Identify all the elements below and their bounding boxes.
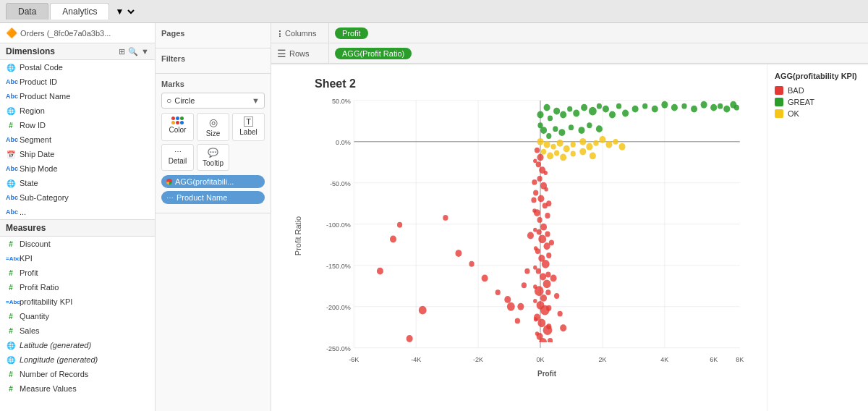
svg-point-145 xyxy=(557,140,563,147)
field-region[interactable]: 🌐 Region xyxy=(0,103,155,118)
circle-shape-icon: ○ xyxy=(166,96,171,106)
svg-point-118 xyxy=(616,103,621,109)
marks-type-dropdown[interactable]: ○ Circle ▼ xyxy=(161,93,265,109)
svg-point-35 xyxy=(537,176,542,182)
field-profit[interactable]: # Profit xyxy=(0,266,155,280)
svg-point-141 xyxy=(596,125,603,132)
field-kpi[interactable]: =Abc KPI xyxy=(0,251,155,266)
more-icon[interactable]: ▼ xyxy=(141,47,149,56)
field-segment[interactable]: Abc Segment xyxy=(0,132,155,147)
svg-point-128 xyxy=(710,104,717,111)
label-label: Label xyxy=(239,128,257,136)
hash-icon: # xyxy=(6,327,16,335)
dimensions-label: Dimensions xyxy=(6,46,55,56)
svg-point-71 xyxy=(558,311,563,317)
field-product-id[interactable]: Abc Product ID xyxy=(0,75,155,89)
svg-point-156 xyxy=(547,153,553,160)
svg-point-161 xyxy=(590,153,596,160)
svg-point-43 xyxy=(537,229,542,235)
label-icon: T xyxy=(244,116,253,127)
field-sub-category[interactable]: Abc Sub-Category xyxy=(0,190,155,205)
svg-point-41 xyxy=(537,217,542,223)
legend-bad-label: BAD xyxy=(788,86,804,95)
color-button[interactable]: Color xyxy=(161,113,194,141)
svg-point-76 xyxy=(377,268,383,275)
field-discount[interactable]: # Discount xyxy=(0,237,155,251)
tab-dropdown[interactable]: ▼ xyxy=(111,4,137,19)
field-more[interactable]: Abc ... xyxy=(0,205,155,219)
svg-point-62 xyxy=(531,197,536,203)
svg-point-123 xyxy=(661,101,668,109)
product-name-label: Product Name xyxy=(176,193,227,202)
filters-section: Filters xyxy=(156,48,271,74)
svg-point-152 xyxy=(605,141,612,148)
svg-point-108 xyxy=(548,115,553,121)
detail-button[interactable]: ⋯ Detail xyxy=(161,144,194,171)
legend-bad: BAD xyxy=(775,86,861,95)
chart-title: Sheet 2 xyxy=(315,72,760,93)
svg-text:-150.0%: -150.0% xyxy=(326,261,351,269)
product-name-pill[interactable]: ⋯ Product Name xyxy=(161,191,265,204)
svg-point-132 xyxy=(734,105,739,111)
svg-point-48 xyxy=(542,260,550,268)
tooltip-button[interactable]: 💬 Tooltip xyxy=(197,144,229,171)
marks-type-label: Circle xyxy=(174,96,195,105)
svg-point-102 xyxy=(534,317,537,321)
svg-text:4K: 4K xyxy=(660,355,669,363)
svg-point-49 xyxy=(536,268,541,274)
svg-point-80 xyxy=(455,250,461,257)
field-longitude[interactable]: 🌐 Longitude (generated) xyxy=(0,352,155,367)
svg-point-57 xyxy=(537,318,545,327)
data-tab[interactable]: Data xyxy=(6,3,48,20)
field-state[interactable]: 🌐 State xyxy=(0,176,155,190)
svg-point-117 xyxy=(609,111,616,119)
field-product-name[interactable]: Abc Product Name xyxy=(0,89,155,103)
eq-abc-icon: =Abc xyxy=(6,255,16,262)
search-icon[interactable]: 🔍 xyxy=(128,47,138,56)
size-button[interactable]: ◎ Size xyxy=(197,113,229,141)
field-ship-mode[interactable]: Abc Ship Mode xyxy=(0,161,155,176)
svg-point-149 xyxy=(586,143,592,151)
tooltip-icon: 💬 xyxy=(208,148,218,158)
profit-ratio-row-pill[interactable]: AGG(Profit Ratio) xyxy=(335,48,412,59)
globe-icon: 🌐 xyxy=(6,64,16,72)
svg-point-75 xyxy=(397,222,402,228)
grid-icon[interactable]: ⊞ xyxy=(119,47,125,56)
svg-point-113 xyxy=(581,104,587,111)
field-sales[interactable]: # Sales xyxy=(0,323,155,338)
svg-point-84 xyxy=(504,296,511,303)
field-quantity[interactable]: # Quantity xyxy=(0,309,155,323)
svg-point-144 xyxy=(550,144,556,150)
label-button[interactable]: T Label xyxy=(232,113,265,141)
field-postal-code[interactable]: 🌐 Postal Code xyxy=(0,60,155,75)
svg-text:Profit: Profit xyxy=(537,370,556,378)
svg-point-150 xyxy=(593,140,598,146)
field-measure-values[interactable]: # Measure Values xyxy=(0,381,155,396)
marks-title: Marks xyxy=(161,80,265,88)
field-row-id[interactable]: # Row ID xyxy=(0,118,155,132)
field-latitude[interactable]: 🌐 Latitude (generated) xyxy=(0,338,155,352)
pill-color-dot xyxy=(166,179,172,185)
analytics-tab[interactable]: Analytics xyxy=(50,3,109,20)
detail-pill-icon: ⋯ xyxy=(166,194,174,202)
field-ship-date[interactable]: 📅 Ship Date xyxy=(0,147,155,161)
svg-point-136 xyxy=(553,126,558,132)
svg-point-33 xyxy=(536,161,541,167)
svg-point-151 xyxy=(599,136,605,143)
eq-abc-icon: =Abc xyxy=(6,299,16,305)
svg-point-135 xyxy=(546,133,551,139)
field-profitability-kpi[interactable]: =Abc profitability KPI xyxy=(0,295,155,309)
field-num-records[interactable]: # Number of Records xyxy=(0,367,155,381)
svg-point-53 xyxy=(540,295,547,302)
agg-profitability-label: AGG(profitabili... xyxy=(175,177,234,186)
y-axis-label: Profit Ratio xyxy=(294,216,302,255)
svg-text:0.0%: 0.0% xyxy=(336,137,351,145)
dimensions-header: Dimensions ⊞ 🔍 ▼ xyxy=(0,43,155,60)
rows-shelf: ☰ Rows AGG(Profit Ratio) xyxy=(271,43,868,64)
svg-point-142 xyxy=(537,138,544,145)
field-profit-ratio[interactable]: # Profit Ratio xyxy=(0,280,155,295)
agg-profitability-pill[interactable]: AGG(profitabili... xyxy=(161,175,265,188)
svg-point-105 xyxy=(548,338,553,344)
hash-icon: # xyxy=(6,284,16,292)
profit-column-pill[interactable]: Profit xyxy=(335,27,368,39)
